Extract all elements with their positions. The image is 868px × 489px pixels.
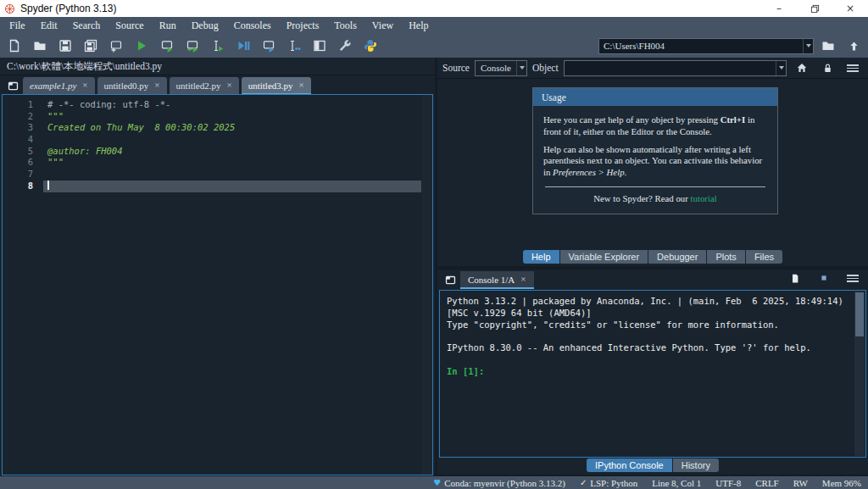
browse-tabs-button[interactable] (440, 271, 460, 288)
preferences-button[interactable] (332, 36, 358, 56)
save-file-button[interactable] (53, 36, 78, 56)
console-prompt[interactable]: In [1]: (447, 366, 865, 378)
debug-file-button[interactable] (231, 36, 256, 56)
source-value: Console (476, 63, 516, 73)
home-button[interactable] (792, 59, 812, 76)
code-editor[interactable]: 1# -*- coding: utf-8 -*-2"""3Created on … (2, 94, 433, 475)
line-number: 8 (3, 181, 43, 192)
console-tab[interactable]: Console 1/A × (460, 271, 534, 289)
object-label: Object (532, 63, 559, 73)
browse-tabs-button[interactable] (3, 77, 23, 94)
help-content: Usage Here you can get help of any objec… (438, 79, 867, 247)
new-cell-button[interactable] (103, 36, 129, 56)
browse-tabs-icon (444, 274, 457, 286)
console-options-button[interactable] (843, 270, 863, 286)
options-menu-icon (847, 64, 859, 72)
tab-variable-explorer[interactable]: Variable Explorer (560, 250, 649, 264)
close-tab-icon[interactable]: × (82, 81, 87, 90)
line-number: 7 (3, 169, 43, 181)
chevron-down-icon[interactable] (516, 61, 526, 75)
debug-cell-button[interactable] (256, 36, 281, 56)
python-path-manager-button[interactable] (358, 36, 383, 56)
conda-status[interactable]: ♥Conda: myenvir (Python 3.13.2) (433, 478, 565, 488)
options-menu-icon (847, 275, 859, 282)
browse-directory-button[interactable] (817, 36, 839, 55)
console-scrollbar[interactable] (854, 292, 865, 456)
close-tab-icon[interactable]: × (299, 81, 304, 90)
editor-tab-untitled0-py[interactable]: untitled0.py× (97, 77, 167, 95)
menu-tools[interactable]: Tools (326, 19, 364, 33)
run-selection-button[interactable] (205, 36, 231, 56)
working-directory-input[interactable] (599, 39, 803, 53)
help-options-button[interactable] (843, 59, 863, 76)
run-cell-button[interactable] (154, 36, 180, 56)
source-combobox[interactable]: Console (475, 60, 527, 76)
chevron-down-icon[interactable] (776, 61, 786, 75)
tutorial-link[interactable]: tutorial (691, 193, 717, 203)
code-line: 5@author: FH004 (3, 146, 432, 158)
tab-history[interactable]: History (673, 458, 719, 472)
code-text: Created on Thu May 8 00:30:02 2025 (43, 122, 421, 134)
menu-search[interactable]: Search (65, 19, 108, 33)
close-tab-icon[interactable]: × (154, 81, 159, 90)
editor-tab-bar: example1.py×untitled0.py×untitled2.py×un… (0, 75, 435, 95)
lsp-status[interactable]: ✓LSP: Python (580, 478, 637, 488)
ipython-console[interactable]: Python 3.13.2 | packaged by Anaconda, In… (439, 290, 866, 458)
save-all-icon (84, 39, 97, 53)
new-console-button[interactable] (785, 270, 805, 286)
code-text: @author: FH004 (43, 146, 421, 158)
scrollbar-thumb[interactable] (855, 292, 864, 336)
memory-usage: Mem 96% (822, 478, 861, 488)
editor-tab-untitled3-py[interactable]: untitled3.py× (242, 77, 311, 95)
new-file-button[interactable] (2, 36, 27, 56)
maximize-pane-button[interactable] (307, 36, 332, 56)
tab-ipython-console[interactable]: IPython Console (587, 458, 673, 472)
browse-tabs-icon (7, 80, 19, 92)
chevron-down-icon[interactable] (803, 39, 813, 53)
code-text (43, 169, 421, 181)
menu-consoles[interactable]: Consoles (226, 19, 279, 33)
save-all-button[interactable] (78, 36, 103, 56)
debug-selection-button[interactable] (281, 36, 307, 56)
tab-help[interactable]: Help (523, 250, 560, 264)
permissions-label: RW (793, 478, 808, 488)
spyder-window: { "window": { "title": "Spyder (Python 3… (0, 0, 868, 489)
menu-view[interactable]: View (364, 19, 401, 33)
restore-button[interactable] (797, 0, 832, 17)
tab-plots[interactable]: Plots (707, 250, 745, 264)
python-path-manager-icon (364, 39, 377, 53)
close-tab-icon[interactable]: × (520, 275, 526, 284)
code-text (43, 181, 421, 192)
menu-edit[interactable]: Edit (33, 19, 65, 33)
editor-scrollbar[interactable] (422, 95, 432, 475)
editor-tab-example1-py[interactable]: example1.py× (23, 77, 95, 95)
editor-tab-untitled2-py[interactable]: untitled2.py× (170, 77, 239, 95)
close-button[interactable]: × (832, 0, 868, 17)
parent-directory-button[interactable] (843, 36, 865, 55)
run-cell-advance-button[interactable] (180, 36, 205, 56)
line-number: 2 (3, 111, 43, 123)
close-tab-icon[interactable]: × (226, 81, 231, 90)
usage-card-body: Here you can get help of any object by p… (533, 106, 777, 214)
menu-run[interactable]: Run (152, 19, 184, 33)
menu-help[interactable]: Help (401, 19, 436, 33)
editor-tab-label: untitled3.py (248, 81, 293, 91)
heart-icon: ♥ (433, 478, 441, 487)
stop-square-icon (819, 273, 829, 283)
menu-projects[interactable]: Projects (279, 19, 327, 33)
minimize-button[interactable]: – (761, 0, 797, 17)
object-input[interactable] (565, 61, 776, 75)
open-file-button[interactable] (27, 36, 53, 56)
tab-debugger[interactable]: Debugger (648, 250, 707, 264)
menu-source[interactable]: Source (108, 19, 151, 33)
lock-button[interactable] (817, 59, 837, 76)
menu-debug[interactable]: Debug (184, 19, 226, 33)
code-text: """ (43, 157, 421, 169)
run-file-button[interactable] (129, 36, 154, 56)
working-directory-combobox[interactable] (598, 38, 814, 54)
interrupt-kernel-button[interactable] (814, 270, 834, 286)
object-combobox[interactable] (564, 60, 787, 76)
tab-files[interactable]: Files (746, 250, 782, 264)
editor-tab-label: untitled0.py (104, 81, 149, 91)
menu-file[interactable]: File (2, 19, 33, 33)
